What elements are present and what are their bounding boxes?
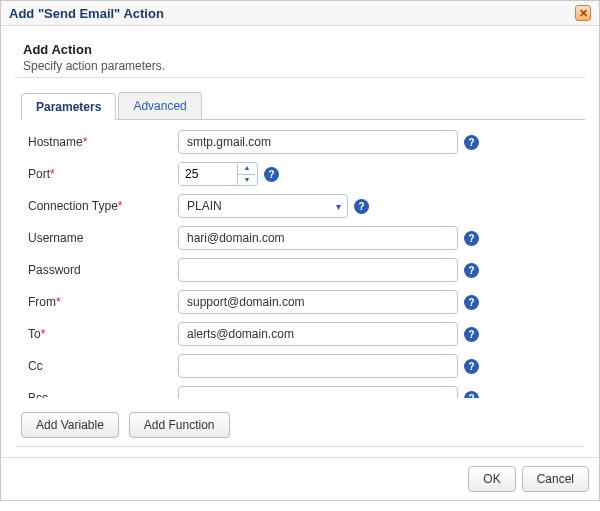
password-input[interactable] <box>178 258 458 282</box>
dialog-footer: OK Cancel <box>1 457 599 500</box>
divider <box>15 446 585 447</box>
parameters-panel[interactable]: Hostname* ? Port* ▴ ▾ <box>15 120 585 398</box>
username-input[interactable] <box>178 226 458 250</box>
connection-type-select[interactable]: PLAIN ▾ <box>178 194 348 218</box>
required-mark: * <box>56 295 61 309</box>
label-connection-type: Connection Type* <box>28 199 178 213</box>
dialog-body: Add Action Specify action parameters. Pa… <box>1 26 599 457</box>
add-variable-button[interactable]: Add Variable <box>21 412 119 438</box>
label-hostname: Hostname* <box>28 135 178 149</box>
dialog-title: Add "Send Email" Action <box>9 6 164 21</box>
tab-parameters[interactable]: Parameters <box>21 93 116 120</box>
label-connection-type-text: Connection Type <box>28 199 118 213</box>
tab-bar: Parameters Advanced <box>21 92 585 120</box>
port-stepper[interactable]: ▴ ▾ <box>178 162 258 186</box>
label-from-text: From <box>28 295 56 309</box>
required-mark: * <box>118 199 123 213</box>
port-step-up[interactable]: ▴ <box>238 163 255 175</box>
label-from: From* <box>28 295 178 309</box>
required-mark: * <box>50 167 55 181</box>
row-password: Password ? <box>28 258 577 282</box>
port-input[interactable] <box>179 163 237 185</box>
section-title: Add Action <box>23 42 585 57</box>
row-username: Username ? <box>28 226 577 250</box>
help-icon[interactable]: ? <box>464 391 479 399</box>
helper-buttons: Add Variable Add Function <box>21 412 585 438</box>
ok-button[interactable]: OK <box>468 466 515 492</box>
help-icon[interactable]: ? <box>464 359 479 374</box>
help-icon[interactable]: ? <box>464 135 479 150</box>
help-icon[interactable]: ? <box>464 263 479 278</box>
row-connection-type: Connection Type* PLAIN ▾ ? <box>28 194 577 218</box>
required-mark: * <box>41 327 46 341</box>
help-icon[interactable]: ? <box>464 231 479 246</box>
help-icon[interactable]: ? <box>354 199 369 214</box>
help-icon[interactable]: ? <box>264 167 279 182</box>
label-password: Password <box>28 263 178 277</box>
cancel-button[interactable]: Cancel <box>522 466 589 492</box>
label-username: Username <box>28 231 178 245</box>
hostname-input[interactable] <box>178 130 458 154</box>
dialog-header: Add "Send Email" Action ✕ <box>1 1 599 26</box>
section-subtitle: Specify action parameters. <box>23 59 585 73</box>
label-hostname-text: Hostname <box>28 135 83 149</box>
help-icon[interactable]: ? <box>464 295 479 310</box>
label-to-text: To <box>28 327 41 341</box>
from-input[interactable] <box>178 290 458 314</box>
label-port: Port* <box>28 167 178 181</box>
label-cc: Cc <box>28 359 178 373</box>
bcc-input[interactable] <box>178 386 458 398</box>
divider <box>15 77 585 78</box>
port-step-down[interactable]: ▾ <box>238 175 255 186</box>
tab-advanced[interactable]: Advanced <box>118 92 201 119</box>
close-icon[interactable]: ✕ <box>575 5 591 21</box>
row-cc: Cc ? <box>28 354 577 378</box>
add-function-button[interactable]: Add Function <box>129 412 230 438</box>
row-port: Port* ▴ ▾ ? <box>28 162 577 186</box>
cc-input[interactable] <box>178 354 458 378</box>
to-input[interactable] <box>178 322 458 346</box>
connection-type-value: PLAIN <box>187 199 222 213</box>
row-to: To* ? <box>28 322 577 346</box>
dialog-add-send-email: Add "Send Email" Action ✕ Add Action Spe… <box>0 0 600 501</box>
help-icon[interactable]: ? <box>464 327 479 342</box>
label-to: To* <box>28 327 178 341</box>
row-from: From* ? <box>28 290 577 314</box>
label-bcc: Bcc <box>28 391 178 398</box>
row-bcc: Bcc ? <box>28 386 577 398</box>
row-hostname: Hostname* ? <box>28 130 577 154</box>
required-mark: * <box>83 135 88 149</box>
chevron-down-icon: ▾ <box>336 201 341 212</box>
label-port-text: Port <box>28 167 50 181</box>
